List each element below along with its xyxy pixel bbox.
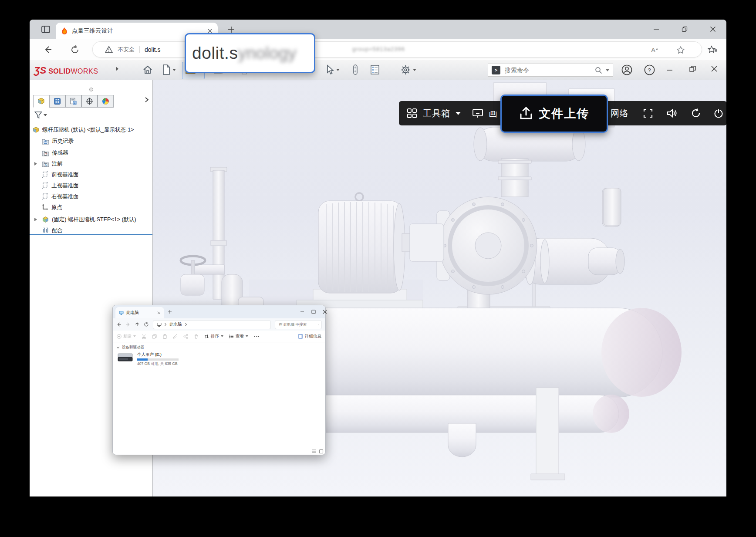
select-cursor-icon[interactable] [324,64,336,76]
panel-expand-chevron-icon[interactable] [144,97,151,104]
tree-item-origin[interactable]: 原点 [30,203,165,212]
read-aloud-icon[interactable]: A [649,45,660,55]
tab-property-manager[interactable] [49,95,65,108]
settings-gear-icon[interactable] [400,64,412,76]
sw-restore-icon[interactable] [689,65,701,77]
window-close-button[interactable] [706,23,720,35]
tree-item-front-plane[interactable]: 前视基准面 [30,170,165,179]
drives-group-header[interactable]: 设备和驱动器 [116,345,144,350]
refresh-icon[interactable] [70,44,80,55]
screen-label[interactable]: 画 [489,101,498,125]
details-pane-button[interactable]: 详细信息 [298,334,321,339]
thumbnail-view-toggle-icon[interactable] [319,449,324,454]
tree-item-mates[interactable]: 配合 [30,226,165,235]
tab-feature-tree[interactable] [33,95,49,108]
tree-item-label: 前视基准面 [51,171,79,179]
this-pc-icon [157,322,162,327]
sort-arrows-icon [204,334,209,339]
screen-monitor-icon[interactable] [472,101,483,125]
search-magnifier-icon[interactable] [595,67,602,74]
explorer-close-button[interactable] [321,308,329,316]
new-dropdown-caret[interactable] [172,69,176,71]
view-button[interactable]: 查看 [229,334,248,339]
tree-item-history[interactable]: 历史记录 [30,136,165,146]
command-search-input[interactable] [504,66,591,74]
tab-configuration-manager[interactable] [65,95,81,108]
tree-item-right-plane[interactable]: 右视基准面 [30,192,165,201]
fullscreen-icon[interactable] [643,101,653,125]
not-secure-warning-icon [105,46,113,53]
toolbox-grid-icon[interactable] [407,101,417,125]
power-icon[interactable] [713,101,724,125]
explorer-tab-close-icon[interactable] [157,311,161,314]
window-restore-button[interactable] [678,23,692,35]
rebuild-stoplight-icon[interactable] [350,64,362,76]
explorer-back-icon[interactable] [116,322,122,327]
tree-item-label: 螺杆压缩机 (默认) <默认_显示状态-1> [42,126,134,134]
explorer-titlebar: 此电脑 [113,305,325,318]
more-options-icon[interactable] [254,334,260,339]
tree-item-annotations[interactable]: A 注解 [30,159,165,169]
address-bar[interactable]: 不安全 dolit.s group=5813a2396 A [92,41,702,57]
network-button[interactable]: 网络 [611,101,629,125]
plane-icon [42,182,49,189]
filter-dropdown-caret[interactable] [44,114,47,116]
file-explorer-window: 此电脑 此电脑 新建 [112,305,326,455]
explorer-refresh-icon[interactable] [144,322,149,327]
speaker-icon[interactable] [666,101,678,125]
chevron-right-icon[interactable] [185,323,187,326]
upload-zoom-popup[interactable]: 文件上传 [500,95,608,133]
drive-item[interactable]: 个人用户 (E:) 407 GB 可用, 共 635 GB [117,352,179,367]
search-dropdown-caret[interactable] [606,69,609,71]
window-minimize-button[interactable] [649,23,663,35]
collections-star-icon[interactable] [707,44,718,55]
tree-item-top-plane[interactable]: 上视基准面 [30,181,165,190]
explorer-breadcrumb[interactable]: 此电脑 [153,320,271,329]
tree-item-label: 注解 [52,160,63,168]
toolbox-button[interactable]: 工具箱 [423,101,450,125]
explorer-search-input[interactable] [278,322,316,327]
details-pane-icon [298,334,303,339]
panel-collapse-handle[interactable] [89,88,93,91]
tree-item-sensors[interactable]: 传感器 [30,148,165,158]
new-document-icon[interactable] [161,64,173,76]
configurations-icon [69,97,78,105]
tab-actions-icon[interactable] [40,24,51,35]
tree-item-step-component[interactable]: (固定) 螺杆压缩机.STEP<1> (默认) [30,215,165,224]
menu-expand-arrow-icon[interactable] [115,66,127,78]
refresh-session-icon[interactable] [691,101,701,125]
explorer-tab[interactable]: 此电脑 [115,307,164,318]
home-icon[interactable] [142,64,154,76]
sort-button[interactable]: 排序 [204,334,223,339]
command-search-box[interactable]: > [488,64,613,77]
list-view-toggle-icon[interactable] [311,449,316,453]
tree-item-assembly-root[interactable]: 螺杆压缩机 (默认) <默认_显示状态-1> [30,125,155,135]
svg-text:?: ? [648,67,651,74]
favorite-star-icon[interactable] [675,45,686,55]
select-dropdown-caret[interactable] [336,69,340,71]
filter-funnel-icon[interactable] [34,111,43,119]
expand-arrow-icon[interactable] [34,162,37,165]
expand-arrow-icon[interactable] [34,218,37,221]
tree-item-label: 传感器 [52,149,68,157]
security-label: 不安全 [118,46,135,54]
back-icon[interactable] [43,44,53,55]
breadcrumb-root[interactable]: 此电脑 [169,322,182,328]
panel-splitter-line[interactable] [30,234,152,235]
toolbox-dropdown-caret[interactable] [456,101,461,125]
account-icon[interactable] [621,64,633,76]
sw-minimize-icon[interactable] [666,66,678,78]
explorer-maximize-button[interactable] [310,308,317,316]
explorer-search-box[interactable] [275,320,322,329]
url-popup-blurred-text: ynology [238,44,296,63]
explorer-up-icon[interactable] [135,322,140,327]
settings-dropdown-caret[interactable] [413,69,416,71]
tab-display-manager[interactable] [98,95,114,108]
properties-form-icon[interactable] [369,64,381,76]
explorer-minimize-button[interactable] [298,308,306,316]
sw-close-icon[interactable] [711,65,723,78]
tab-dimxpert[interactable] [81,95,98,108]
help-icon[interactable]: ? [644,64,656,76]
explorer-new-tab-icon[interactable] [168,310,172,314]
annotations-folder-icon: A [42,161,49,167]
